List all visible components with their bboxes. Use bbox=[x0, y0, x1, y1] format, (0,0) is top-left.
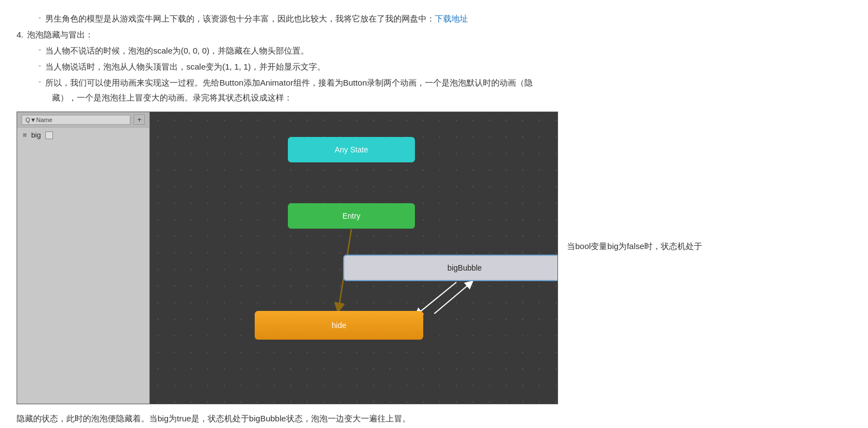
bullet1-text: 当人物不说话的时候，泡泡的scale为(0, 0, 0)，并隐藏在人物头部位置。 bbox=[45, 43, 309, 58]
sidebar-header: Q▼Name + bbox=[17, 112, 149, 128]
line1-text: 男生角色的模型是从游戏蛮牛网上下载的，该资源包十分丰富，因此也比较大，我将它放在… bbox=[45, 11, 468, 26]
row-eq-icon: ≡ bbox=[23, 131, 27, 139]
animator-image-section: Q▼Name + ≡ big bbox=[17, 112, 790, 404]
state-entry[interactable]: Entry bbox=[288, 203, 415, 229]
animator-panel: Q▼Name + ≡ big bbox=[17, 112, 558, 404]
bullet2-text: 当人物说话时，泡泡从人物头顶冒出，scale变为(1, 1, 1)，并开始显示文… bbox=[45, 59, 325, 74]
bottom-description: 隐藏的状态，此时的泡泡便隐藏着。当big为true是，状态机处于bigBubbl… bbox=[17, 411, 790, 426]
page-content: ◦ 男生角色的模型是从游戏蛮牛网上下载的，该资源包十分丰富，因此也比较大，我将它… bbox=[17, 11, 790, 428]
item4-text: 泡泡隐藏与冒出： bbox=[27, 27, 93, 42]
bullet-item-1: ◦ 当人物不说话的时候，泡泡的scale为(0, 0, 0)，并隐藏在人物头部位… bbox=[17, 43, 790, 58]
state-hide[interactable]: hide bbox=[255, 311, 423, 340]
download-link[interactable]: 下载地址 bbox=[435, 14, 468, 23]
search-box[interactable]: Q▼Name bbox=[22, 115, 130, 125]
svg-line-3 bbox=[434, 283, 470, 314]
add-button[interactable]: + bbox=[134, 114, 145, 125]
after-image-text: 当bool变量big为false时，状态机处于 bbox=[558, 112, 702, 253]
row-checkbox[interactable] bbox=[45, 131, 53, 139]
bullet-item-2: ◦ 当人物说话时，泡泡从人物头顶冒出，scale变为(1, 1, 1)，并开始显… bbox=[17, 59, 790, 74]
line-model-download: ◦ 男生角色的模型是从游戏蛮牛网上下载的，该资源包十分丰富，因此也比较大，我将它… bbox=[17, 11, 790, 26]
bullet-item-3: ◦ 所以，我们可以使用动画来实现这一过程。先给Button添加Animator组… bbox=[17, 75, 790, 105]
animator-sidebar: Q▼Name + ≡ big bbox=[17, 112, 150, 404]
bullet-dot-1: ◦ bbox=[39, 12, 41, 24]
state-bigbubble[interactable]: bigBubble bbox=[343, 255, 558, 281]
svg-line-4 bbox=[418, 282, 456, 314]
bullet-dot-3: ◦ bbox=[39, 60, 41, 72]
sidebar-row-big: ≡ big bbox=[17, 128, 149, 142]
state-any-state[interactable]: Any State bbox=[288, 137, 415, 162]
item-4: 4. 泡泡隐藏与冒出： bbox=[17, 27, 790, 42]
row-big-label: big bbox=[31, 131, 41, 139]
search-placeholder: Q▼Name bbox=[25, 117, 52, 123]
bullet3-text: 所以，我们可以使用动画来实现这一过程。先给Button添加Animator组件，… bbox=[45, 75, 533, 105]
bullet-dot-2: ◦ bbox=[39, 44, 41, 56]
item4-label: 4. bbox=[17, 27, 24, 42]
bullet-dot-4: ◦ bbox=[39, 76, 41, 88]
